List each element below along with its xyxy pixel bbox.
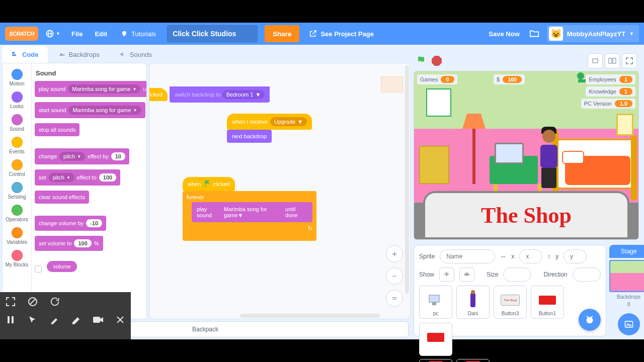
- rec-refresh-icon[interactable]: [49, 296, 60, 307]
- x-input[interactable]: [519, 249, 542, 263]
- script-hat-flag-clicked-1[interactable]: clicked: [149, 88, 168, 101]
- code-workspace[interactable]: clicked switch backdrop to Bedroom 1▼ wh…: [149, 63, 411, 319]
- shop-text: The Shop: [481, 203, 572, 228]
- sprite-tile-button-extra[interactable]: [419, 323, 452, 356]
- block-set-volume[interactable]: set volume to 100 %: [35, 236, 103, 251]
- hud-employees: Employees1: [586, 74, 635, 84]
- category-sound[interactable]: Sound: [3, 112, 31, 134]
- hud-knowledge: Knowledge1: [586, 86, 635, 97]
- sprite-tile-extra-1[interactable]: [419, 359, 452, 362]
- zoom-in-button[interactable]: ＋: [386, 245, 403, 262]
- y-input[interactable]: [564, 249, 587, 263]
- sprite-tile-dani[interactable]: Dani: [456, 286, 490, 319]
- script-forever[interactable]: forever play sound Marimba song for game…: [183, 191, 316, 241]
- script-hat-receive[interactable]: when I receive Upgrade▼: [227, 114, 312, 130]
- workspace-scrollbar-horizontal[interactable]: [240, 314, 380, 318]
- category-variables[interactable]: Variables: [3, 225, 31, 247]
- file-menu[interactable]: File: [65, 30, 89, 38]
- see-project-page-button[interactable]: See Project Page: [302, 29, 380, 38]
- block-clear-sound-effects[interactable]: clear sound effects: [35, 191, 89, 204]
- block-change-volume[interactable]: change volume by -10: [35, 216, 106, 231]
- palette-scroll[interactable]: Sound play sound Marimba song for game▼ …: [32, 63, 146, 319]
- rec-pause-icon[interactable]: [5, 314, 16, 325]
- zoom-reset-button[interactable]: ＝: [386, 290, 403, 307]
- sprite-name-input[interactable]: [440, 249, 495, 263]
- my-stuff-button[interactable]: [526, 25, 543, 42]
- sprite-tile-extra-2[interactable]: [456, 359, 490, 362]
- share-button[interactable]: Share: [265, 25, 299, 42]
- category-control[interactable]: Control: [3, 157, 31, 179]
- script-play-sound-until-done[interactable]: play sound Marimba song for game▼ until …: [192, 202, 312, 222]
- category-sensing[interactable]: Sensing: [3, 179, 31, 202]
- stage-tab[interactable]: Stage: [609, 245, 644, 258]
- stage-thumbnail[interactable]: [609, 260, 644, 292]
- chevron-down-icon: ▼: [56, 31, 60, 36]
- plant-prop: [577, 72, 584, 79]
- rec-pencil-icon[interactable]: [49, 314, 60, 325]
- tab-backdrops[interactable]: Backdrops: [49, 46, 109, 63]
- stage-fullscreen-button[interactable]: [622, 53, 637, 68]
- y-icon: ↕: [547, 253, 550, 260]
- category-looks[interactable]: Looks: [3, 89, 31, 112]
- sprite-tile-button3[interactable]: The ShopButton3: [494, 286, 527, 319]
- category-motion[interactable]: Motion: [3, 66, 31, 89]
- avatar: 😺: [549, 27, 563, 41]
- rec-marker-icon[interactable]: [71, 314, 82, 325]
- tab-code[interactable]: Code: [2, 46, 48, 63]
- rec-fullscreen-icon[interactable]: [5, 296, 16, 307]
- stage[interactable]: The Shop Games0 $100 Employees1 Knowledg…: [414, 71, 639, 240]
- dani-sprite[interactable]: [538, 129, 560, 189]
- block-volume-reporter[interactable]: volume: [47, 261, 76, 272]
- direction-input[interactable]: [573, 267, 601, 282]
- script-hat-flag-clicked-2[interactable]: when clicked: [183, 177, 235, 191]
- category-column: MotionLooksSoundEventsControlSensingOper…: [3, 63, 32, 319]
- zoom-out-button[interactable]: －: [386, 267, 403, 285]
- script-switch-backdrop[interactable]: switch backdrop to Bedroom 1▼: [170, 86, 270, 103]
- stage-large-button[interactable]: [605, 53, 620, 68]
- sprite-label: Sprite: [419, 253, 435, 260]
- backdrops-label: Backdrops: [609, 294, 644, 300]
- block-stop-all-sounds[interactable]: stop all sounds: [35, 123, 79, 136]
- rec-cancel-icon[interactable]: [27, 296, 38, 307]
- volume-monitor-checkbox[interactable]: [35, 265, 42, 273]
- category-events[interactable]: Events: [3, 134, 31, 157]
- scratch-logo[interactable]: SCRATCH: [5, 27, 38, 41]
- svg-point-3: [122, 31, 126, 35]
- sprite-tile-pc[interactable]: pc: [419, 286, 452, 319]
- sound-icon: [119, 50, 127, 58]
- svg-rect-7: [593, 59, 598, 63]
- stop-button[interactable]: [432, 56, 442, 66]
- stage-small-button[interactable]: [588, 53, 603, 68]
- size-input[interactable]: [503, 267, 531, 282]
- rec-cursor-icon[interactable]: [27, 314, 38, 325]
- save-now-button[interactable]: Save Now: [482, 30, 525, 38]
- script-next-backdrop[interactable]: next backdrop: [227, 130, 272, 143]
- block-palette: MotionLooksSoundEventsControlSensingOper…: [2, 63, 147, 319]
- block-set-effect[interactable]: set pitch▼ effect to 100: [35, 169, 120, 186]
- project-title-input[interactable]: [167, 25, 258, 42]
- sprite-info-panel: Sprite ↔ x ↕ y Show 👁 👁 Size Direction: [414, 245, 606, 336]
- size-label: Size: [487, 271, 498, 278]
- block-start-sound[interactable]: start sound Marimba song for game▼: [35, 102, 145, 118]
- block-play-sound-until-done[interactable]: play sound Marimba song for game▼ until …: [35, 81, 146, 97]
- edit-menu[interactable]: Edit: [89, 30, 113, 38]
- tab-code-label: Code: [22, 51, 39, 58]
- workspace-scrollbar-vertical[interactable]: [405, 65, 409, 294]
- green-flag-button[interactable]: [416, 55, 428, 67]
- rec-camera-icon[interactable]: [93, 314, 104, 325]
- rec-close-icon[interactable]: [115, 314, 126, 325]
- tutorials-button[interactable]: Tutorials: [113, 30, 163, 38]
- category-my-blocks[interactable]: My Blocks: [3, 247, 31, 270]
- show-hidden-button[interactable]: 👁: [459, 267, 474, 282]
- show-label: Show: [419, 271, 434, 278]
- tab-sounds[interactable]: Sounds: [110, 46, 161, 63]
- category-operators[interactable]: Operators: [3, 202, 31, 225]
- sprite-tile-button1[interactable]: Button1: [531, 286, 564, 319]
- show-visible-button[interactable]: 👁: [439, 267, 454, 282]
- block-change-effect[interactable]: change pitch▼ effect by 10: [35, 148, 129, 164]
- add-sprite-button[interactable]: [579, 309, 601, 331]
- add-backdrop-button[interactable]: [618, 313, 640, 335]
- stage-selector: Stage Backdrops 8: [609, 245, 644, 336]
- language-selector[interactable]: ▼: [45, 29, 60, 38]
- account-menu[interactable]: 😺 MobbyAshPlayzYT ▼: [547, 25, 639, 42]
